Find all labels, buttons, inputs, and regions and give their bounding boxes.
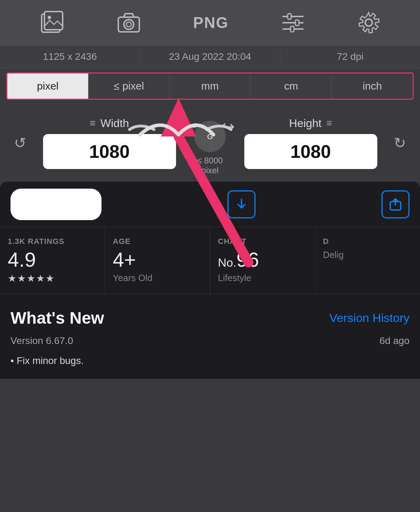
app-preview-strip — [0, 182, 420, 227]
resolution-info: 1125 x 2436 — [0, 51, 140, 62]
whats-new-title: What's New — [10, 308, 104, 328]
version-history-link[interactable]: Version History — [329, 311, 410, 325]
width-menu-icon[interactable]: ≡ — [90, 118, 95, 128]
app-store-section: 1.3K RATINGS 4.9 ★★★★★ AGE 4+ Years Old … — [0, 182, 420, 379]
camera-icon[interactable] — [117, 12, 141, 33]
stars-display: ★★★★★ — [8, 273, 97, 284]
ratings-stat: 1.3K RATINGS 4.9 ★★★★★ — [0, 227, 105, 294]
toolbar: PNG — [0, 0, 420, 45]
gallery-icon[interactable] — [40, 10, 64, 35]
svg-rect-1 — [44, 12, 63, 30]
rating-value: 4.9 — [8, 250, 97, 270]
unit-pixel-btn[interactable]: pixel — [7, 73, 89, 99]
svg-rect-11 — [295, 20, 299, 26]
developer-stat: D Delig — [315, 227, 420, 294]
chart-prefix: No. — [218, 256, 237, 269]
age-value: 4+ — [113, 250, 202, 270]
developer-sub: Delig — [323, 250, 412, 260]
unit-selector: pixel ≤ pixel mm cm inch — [6, 72, 414, 100]
whats-new-section: What's New Version History Version 6.67.… — [0, 294, 420, 379]
max-size-label: ≤ 8000 pixel — [189, 156, 231, 175]
unit-mm-btn[interactable]: mm — [170, 73, 251, 99]
age-label: AGE — [113, 237, 202, 246]
svg-point-6 — [126, 22, 131, 27]
svg-text:G: G — [207, 132, 213, 141]
version-ago: 6d ago — [379, 335, 410, 346]
height-menu-icon[interactable]: ≡ — [327, 118, 332, 128]
height-input[interactable]: 1080 — [244, 134, 377, 169]
width-column: ≡ Width 1080 — [30, 117, 189, 169]
width-label-row: ≡ Width — [90, 117, 129, 130]
developer-label: D — [323, 237, 412, 246]
years-old-label: Years Old — [113, 273, 202, 283]
link-icon[interactable]: G — [194, 121, 226, 152]
date-info: 23 Aug 2022 20:04 — [140, 51, 280, 62]
version-notes: • Fix minor bugs. — [10, 353, 410, 368]
unit-cm-btn[interactable]: cm — [251, 73, 332, 99]
height-label-row: Height ≡ — [289, 117, 332, 130]
stats-row: 1.3K RATINGS 4.9 ★★★★★ AGE 4+ Years Old … — [0, 227, 420, 294]
chart-label: CHART — [218, 237, 307, 246]
dimension-controls: ↺ ≡ Width 1080 ↩ G ↪ ≤ 8000 pixel Height… — [0, 104, 420, 182]
unit-le-pixel-btn[interactable]: ≤ pixel — [89, 73, 170, 99]
version-info-row: Version 6.67.0 6d ago — [10, 335, 410, 346]
whats-new-header: What's New Version History — [10, 308, 410, 328]
info-bar: 1125 x 2436 23 Aug 2022 20:04 72 dpi — [0, 45, 420, 68]
share-button[interactable] — [382, 190, 410, 218]
width-label: Width — [100, 117, 129, 130]
chart-value: No.96 — [218, 250, 307, 270]
svg-rect-12 — [290, 26, 294, 32]
age-stat: AGE 4+ Years Old — [105, 227, 210, 294]
svg-rect-10 — [288, 14, 291, 19]
height-column: Height ≡ 1080 — [231, 117, 390, 169]
svg-point-13 — [365, 19, 372, 26]
download-button[interactable] — [227, 190, 255, 218]
chart-stat: CHART No.96 Lifestyle — [210, 227, 315, 294]
gear-icon[interactable] — [357, 11, 380, 34]
app-icon-preview — [10, 189, 102, 220]
sliders-icon[interactable] — [281, 12, 305, 33]
width-input[interactable]: 1080 — [43, 134, 176, 169]
unit-inch-btn[interactable]: inch — [332, 73, 413, 99]
version-text: Version 6.67.0 — [10, 335, 73, 346]
svg-point-3 — [48, 16, 51, 19]
chart-category: Lifestyle — [218, 273, 307, 283]
redo-height-button[interactable]: ↻ — [390, 131, 410, 155]
height-label: Height — [289, 117, 322, 130]
link-dimensions-center: ↩ G ↪ ≤ 8000 pixel — [189, 110, 231, 175]
ratings-label: 1.3K RATINGS — [8, 237, 97, 246]
dpi-info: 72 dpi — [280, 51, 420, 62]
png-label[interactable]: PNG — [193, 14, 229, 31]
undo-width-button[interactable]: ↺ — [10, 131, 30, 155]
svg-point-5 — [124, 20, 134, 29]
